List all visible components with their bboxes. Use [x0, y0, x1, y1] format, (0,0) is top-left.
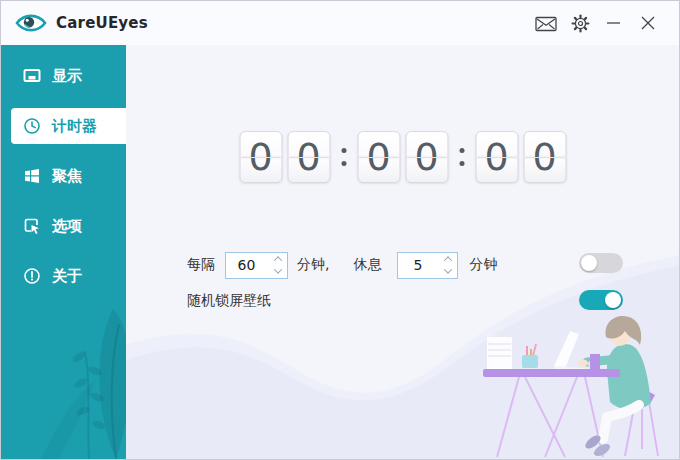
flip-digit: 0 [357, 131, 400, 183]
flip-digit: 0 [287, 131, 330, 183]
rest-spinner [397, 252, 458, 279]
careueyes-window: CareUEyes [0, 0, 680, 460]
seconds-pair: 0 0 [475, 131, 566, 183]
interval-spin-down-button[interactable] [271, 267, 285, 276]
colon-separator [339, 148, 348, 166]
wallpaper-row: 随机锁屏壁纸 [187, 291, 271, 311]
timer-icon [23, 117, 41, 135]
sidebar-item-focus[interactable]: 聚焦 [11, 158, 126, 194]
break-interval-row: 每隔 分钟, 休息 分钟 [187, 251, 497, 279]
sidebar: 显示 计时器 [1, 45, 126, 459]
rest-suffix-label: 分钟 [469, 256, 497, 274]
sidebar-item-label: 关于 [52, 267, 82, 286]
wallpaper-label: 随机锁屏壁纸 [187, 292, 271, 310]
sidebar-item-label: 聚焦 [52, 167, 82, 186]
toggle-knob [581, 255, 597, 271]
sidebar-item-label: 选项 [52, 217, 82, 236]
interval-suffix-label: 分钟, [297, 256, 329, 274]
sidebar-leaf-decoration [1, 279, 126, 459]
colon-separator [457, 148, 466, 166]
close-icon[interactable] [631, 8, 665, 38]
about-icon [23, 267, 41, 285]
sidebar-item-label: 计时器 [52, 117, 97, 136]
flip-clock: 0 0 0 0 0 0 [239, 131, 566, 183]
focus-icon [23, 167, 41, 185]
sidebar-item-options[interactable]: 选项 [11, 208, 126, 244]
break-reminder-toggle[interactable] [579, 253, 623, 273]
flip-digit: 0 [475, 131, 518, 183]
options-icon [23, 217, 41, 235]
person-at-desk-illustration [459, 309, 679, 459]
main-panel: 0 0 0 0 0 0 每隔 分钟, [126, 45, 679, 459]
minutes-pair: 0 0 [357, 131, 448, 183]
flip-digit: 0 [239, 131, 282, 183]
sidebar-item-display[interactable]: 显示 [11, 58, 126, 94]
interval-spinner [225, 252, 288, 279]
flip-digit: 0 [523, 131, 566, 183]
app-title: CareUEyes [56, 14, 148, 32]
hours-pair: 0 0 [239, 131, 330, 183]
gear-icon[interactable] [563, 8, 597, 38]
mail-icon[interactable] [529, 8, 563, 38]
titlebar: CareUEyes [1, 1, 679, 45]
sidebar-nav: 显示 计时器 [1, 45, 126, 294]
sidebar-item-timer[interactable]: 计时器 [11, 108, 126, 144]
random-lockscreen-wallpaper-toggle[interactable] [579, 290, 623, 310]
rest-spin-down-button[interactable] [441, 267, 455, 276]
rest-spin-up-button[interactable] [441, 255, 455, 264]
titlebar-actions [529, 8, 665, 38]
display-icon [23, 67, 41, 85]
sidebar-item-label: 显示 [52, 67, 82, 86]
minimize-icon[interactable] [597, 8, 631, 38]
rest-prefix-label: 休息 [353, 256, 381, 274]
interval-spin-up-button[interactable] [271, 255, 285, 264]
flip-digit: 0 [405, 131, 448, 183]
toggle-knob [605, 292, 621, 308]
sidebar-item-about[interactable]: 关于 [11, 258, 126, 294]
careueyes-eye-logo-icon [15, 11, 47, 35]
interval-prefix-label: 每隔 [187, 256, 215, 274]
